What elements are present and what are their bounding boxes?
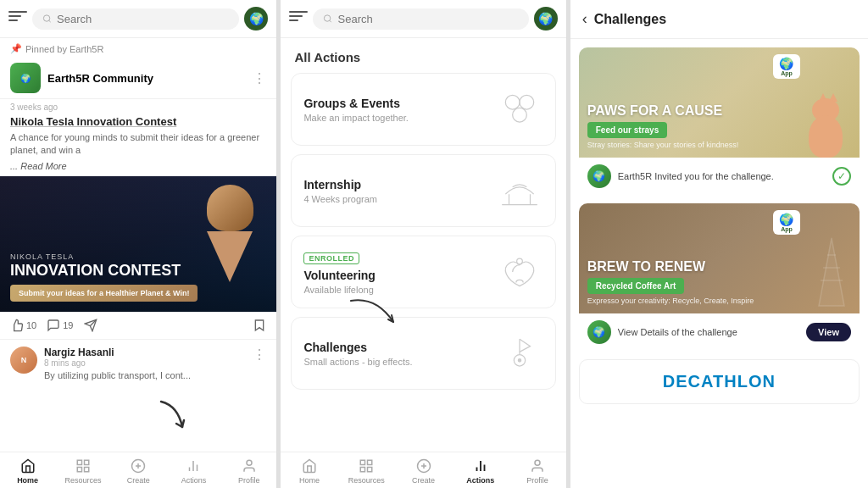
actions-create-icon — [415, 458, 432, 474]
challenges-header: ‹ Challenges — [570, 0, 868, 39]
second-post-more-icon[interactable]: ⋮ — [253, 347, 266, 363]
svg-line-1 — [49, 20, 51, 22]
feed-search-wrap[interactable] — [32, 8, 239, 30]
paws-invite-row: 🌍 Earth5R Invited you for the challenge.… — [579, 158, 860, 195]
second-post-username: Nargiz Hasanli — [44, 347, 246, 358]
second-post-time: 8 mins ago — [44, 358, 246, 368]
post-image-cta[interactable]: Submit your ideas for a Healthier Planet… — [10, 285, 198, 302]
earth5r-app-badge-2: App — [773, 210, 800, 235]
challenges-page-title: Challenges — [594, 12, 666, 27]
nav-resources-label: Resources — [64, 476, 101, 485]
actions-nav-home[interactable]: Home — [281, 458, 337, 485]
groups-events-text: Groups & Events Make an impact together. — [303, 97, 409, 123]
actions-nav-resources-label: Resources — [348, 476, 385, 485]
svg-point-35 — [535, 460, 540, 465]
actions-filter-icon[interactable] — [289, 11, 308, 26]
actions-notif-icon[interactable] — [534, 7, 558, 30]
volunteering-icon — [496, 248, 543, 296]
eiffel-decoration — [810, 234, 853, 313]
decathlon-card[interactable]: DECATHLON — [579, 359, 860, 404]
feed-panel: 📌 Pinned by Earth5R 🌍 Earth5R Community … — [0, 0, 277, 488]
actions-nav-actions[interactable]: Actions — [452, 458, 509, 485]
pinned-label: 📌 Pinned by Earth5R — [0, 38, 276, 58]
challenges-card[interactable]: Challenges Small actions - big effects. — [291, 317, 555, 390]
volunteering-sub: Available lifelong — [303, 285, 376, 295]
nav-home[interactable]: Home — [0, 458, 55, 485]
internship-card[interactable]: Internship 4 Weeks program — [291, 154, 555, 227]
post-title: Nikola Tesla Innovation Contest — [0, 114, 276, 130]
challenges-content: App PAWS FOR A CAUSE Feed our strays Str… — [570, 39, 868, 488]
volunteering-card[interactable]: ENROLLED Volunteering Available lifelong — [291, 236, 555, 308]
share-icon — [84, 319, 97, 332]
challenges-title: Challenges — [303, 341, 412, 354]
nav-create-label: Create — [127, 476, 150, 485]
challenge-card-paws[interactable]: App PAWS FOR A CAUSE Feed our strays Str… — [579, 47, 860, 195]
search-icon — [42, 14, 52, 24]
challenges-sub: Small actions - big effects. — [303, 357, 412, 367]
groups-events-card[interactable]: Groups & Events Make an impact together. — [291, 73, 555, 146]
read-more[interactable]: ... Read More — [0, 159, 276, 176]
svg-point-20 — [512, 108, 526, 122]
actions-icon — [185, 458, 202, 474]
notification-icon[interactable] — [244, 7, 268, 30]
paws-cta-btn[interactable]: Feed our strays — [587, 122, 667, 138]
challenge-card-brew[interactable]: App BREW TO RENEW Recycled Coffee Art Ex… — [579, 203, 860, 351]
nav-resources[interactable]: Resources — [55, 458, 110, 485]
svg-rect-5 — [77, 460, 81, 464]
brew-view-btn[interactable]: View — [806, 323, 851, 341]
actions-search-wrap[interactable] — [313, 8, 528, 30]
feed-search-input[interactable] — [57, 13, 229, 25]
actions-content: All Actions Groups & Events Make an impa… — [281, 38, 565, 452]
actions-nav-create[interactable]: Create — [395, 458, 452, 485]
svg-point-16 — [325, 15, 331, 21]
comment-action[interactable]: 19 — [47, 319, 73, 332]
svg-point-23 — [518, 359, 520, 362]
actions-nav-profile[interactable]: Profile — [509, 458, 565, 485]
nav-actions[interactable]: Actions — [166, 458, 221, 485]
svg-point-0 — [43, 15, 49, 21]
groups-events-title: Groups & Events — [303, 97, 409, 110]
like-action[interactable]: 10 — [10, 319, 36, 332]
actions-resources-icon — [358, 458, 375, 474]
paws-invite-check: ✓ — [832, 167, 851, 186]
post-actions-bar: 10 19 — [0, 312, 276, 340]
svg-line-17 — [330, 20, 331, 22]
second-post: N Nargiz Hasanli 8 mins ago By utilizing… — [0, 340, 276, 389]
share-action[interactable] — [84, 319, 97, 332]
app-badge-label-2: App — [781, 226, 793, 232]
app-badge-label-1: App — [781, 70, 793, 76]
post-time: 3 weeks ago — [0, 99, 276, 114]
actions-search-bar — [281, 0, 565, 38]
actions-bottom-nav: Home Resources Create Actions Profile — [281, 452, 565, 488]
post-image: NIKOLA TESLA INNOVATION CONTEST Submit y… — [0, 176, 276, 312]
actions-nav-profile-label: Profile — [526, 476, 548, 485]
brew-view-row: 🌍 View Details of the challenge View — [579, 313, 860, 351]
svg-rect-27 — [361, 468, 365, 472]
groups-events-icon — [496, 86, 543, 133]
actions-profile-icon — [529, 458, 546, 474]
community-card[interactable]: 🌍 Earth5R Community ⋮ — [0, 58, 276, 99]
actions-panel: All Actions Groups & Events Make an impa… — [281, 0, 566, 488]
nav-profile[interactable]: Profile — [221, 458, 276, 485]
filter-icon[interactable] — [8, 11, 27, 26]
actions-nav-actions-label: Actions — [466, 476, 494, 485]
pin-icon: 📌 — [10, 43, 22, 54]
bookmark-action[interactable] — [253, 319, 266, 332]
internship-sub: 4 Weeks program — [303, 194, 377, 204]
challenges-icon — [496, 330, 543, 377]
groups-events-sub: Make an impact together. — [303, 113, 409, 123]
brew-sub: Expresso your creativity: Recycle, Creat… — [587, 297, 754, 305]
brew-view-text: View Details of the challenge — [618, 327, 799, 337]
brew-banner: App BREW TO RENEW Recycled Coffee Art Ex… — [579, 203, 860, 313]
back-arrow-icon[interactable]: ‹ — [582, 10, 587, 28]
more-options-icon[interactable]: ⋮ — [253, 70, 266, 86]
actions-search-input[interactable] — [338, 13, 519, 25]
like-count: 10 — [26, 320, 36, 330]
svg-rect-28 — [368, 468, 372, 472]
feed-search-bar — [0, 0, 276, 38]
brew-cta-btn[interactable]: Recycled Coffee Art — [587, 278, 685, 294]
actions-nav-resources[interactable]: Resources — [338, 458, 395, 485]
like-icon — [10, 319, 24, 332]
create-icon — [130, 458, 147, 474]
nav-create[interactable]: Create — [111, 458, 166, 485]
